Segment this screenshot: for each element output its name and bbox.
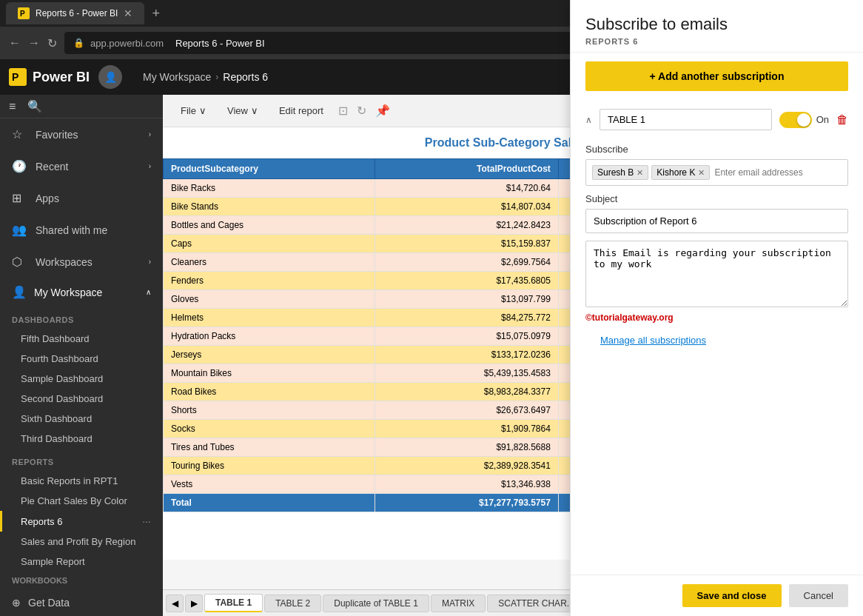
pin-icon[interactable]: 📌 <box>375 104 390 118</box>
cell-subcategory: Caps <box>164 235 375 253</box>
sidebar-dashboard-sixth[interactable]: Sixth Dashboard <box>0 409 163 429</box>
sidebar-dashboard-sample[interactable]: Sample Dashboard <box>0 369 163 389</box>
refresh-button[interactable]: ↻ <box>47 36 57 50</box>
tag-kishore-text: Kishore K <box>657 167 695 178</box>
user-avatar[interactable]: 👤 <box>98 65 122 89</box>
save-close-button[interactable]: Save and close <box>682 584 782 607</box>
cell-cost: $26,673.6497 <box>375 401 558 420</box>
cell-subcategory: Socks <box>164 420 375 438</box>
cancel-button[interactable]: Cancel <box>789 584 848 607</box>
cell-subcategory: Hydration Packs <box>164 327 375 346</box>
back-button[interactable]: ← <box>9 36 21 50</box>
tag-kishore: Kishore K ✕ <box>651 165 710 180</box>
sidebar-report-sales[interactable]: Sales and Profit By Region <box>0 532 163 552</box>
tab-title: Reports 6 - Power BI <box>36 8 118 19</box>
on-off-toggle[interactable] <box>779 112 812 128</box>
sidebar-item-favorites[interactable]: ☆ Favorites › <box>0 118 163 150</box>
sidebar-report-reports6[interactable]: Reports 6 ··· <box>0 511 163 532</box>
view-label: View <box>227 105 248 116</box>
tab-table2[interactable]: TABLE 2 <box>264 595 321 612</box>
browser-tab[interactable]: P Reports 6 - Power BI ✕ <box>6 2 144 24</box>
tag-kishore-remove[interactable]: ✕ <box>698 168 705 178</box>
sidebar-report-basic[interactable]: Basic Reports in RPT1 <box>0 471 163 491</box>
sidebar-dashboard-third[interactable]: Third Dashboard <box>0 429 163 449</box>
get-data-icon: ⊕ <box>12 597 21 609</box>
view-menu-btn[interactable]: View ∨ <box>221 102 264 119</box>
sidebar-dashboard-second[interactable]: Second Dashboard <box>0 389 163 409</box>
shared-label: Shared with me <box>36 224 107 236</box>
subject-form-label: Subject <box>585 193 848 204</box>
sidebar-item-workspaces[interactable]: ⬡ Workspaces › <box>0 246 163 278</box>
cell-cost: $13,097.799 <box>375 290 558 309</box>
add-subscription-button[interactable]: + Add another subscription <box>585 61 848 91</box>
subscriber-tag-input[interactable]: Suresh B ✕ Kishore K ✕ <box>585 159 848 186</box>
tag-suresh: Suresh B ✕ <box>592 165 648 180</box>
watermark-text: ©tutorialgateway.org <box>585 309 848 326</box>
my-workspace-label: My Workspace <box>34 287 102 298</box>
subscription-item-header: ∧ On 🗑 <box>585 100 848 136</box>
address-page-title: Reports 6 - Power BI <box>175 38 265 49</box>
format-icon[interactable]: ⊡ <box>338 104 348 118</box>
sidebar-item-apps[interactable]: ⊞ Apps <box>0 182 163 214</box>
subscription-name-input[interactable] <box>600 109 772 130</box>
tab-nav-left[interactable]: ◀ <box>166 595 184 612</box>
sidebar-item-recent[interactable]: 🕐 Recent › <box>0 150 163 182</box>
chevron-up-icon[interactable]: ∧ <box>585 115 592 125</box>
toggle-knob <box>797 113 810 127</box>
manage-subscriptions-link[interactable]: Manage all subscriptions <box>585 326 848 355</box>
cell-cost: $14,807.034 <box>375 198 558 216</box>
workspaces-label: Workspaces <box>36 256 93 268</box>
forward-button[interactable]: → <box>28 36 40 50</box>
message-textarea[interactable]: This Email is regarding your subscriptio… <box>585 241 848 307</box>
reports6-more-icon[interactable]: ··· <box>142 515 151 527</box>
my-workspace-header[interactable]: 👤 My Workspace ∧ <box>0 278 163 307</box>
tab-close-btn[interactable]: ✕ <box>124 7 132 19</box>
tag-suresh-text: Suresh B <box>597 167 634 178</box>
tab-duplicate[interactable]: Duplicate of TABLE 1 <box>323 595 429 612</box>
main-layout: ≡ 🔍 ☆ Favorites › 🕐 Recent › ⊞ Apps 👥 Sh… <box>0 95 863 616</box>
sidebar: ≡ 🔍 ☆ Favorites › 🕐 Recent › ⊞ Apps 👥 Sh… <box>0 95 163 616</box>
email-input[interactable] <box>713 166 842 179</box>
recent-chevron: › <box>149 162 151 170</box>
sidebar-item-shared[interactable]: 👥 Shared with me <box>0 214 163 246</box>
favorites-chevron: › <box>149 130 151 138</box>
my-workspace-icon: 👤 <box>12 285 27 299</box>
subject-input[interactable] <box>585 209 848 233</box>
add-subscription-label: + Add another subscription <box>650 70 785 82</box>
search-icon[interactable]: 🔍 <box>27 99 42 113</box>
tab-nav-right[interactable]: ▶ <box>185 595 203 612</box>
cell-cost: $91,828.5688 <box>375 438 558 457</box>
cell-cost: $133,172.0236 <box>375 346 558 364</box>
subscribe-footer: Save and close Cancel <box>571 575 863 616</box>
cell-cost: $17,435.6805 <box>375 272 558 290</box>
favorites-label: Favorites <box>36 129 78 141</box>
sidebar-dashboard-fifth[interactable]: Fifth Dashboard <box>0 329 163 349</box>
cell-subcategory: Bike Stands <box>164 198 375 216</box>
cell-cost: $13,346.938 <box>375 475 558 494</box>
hamburger-icon[interactable]: ≡ <box>9 100 16 113</box>
tab-matrix[interactable]: MATRIX <box>431 595 486 612</box>
powerbi-favicon: P <box>18 7 30 19</box>
recent-label: Recent <box>36 161 68 173</box>
edit-report-btn[interactable]: Edit report <box>273 102 329 119</box>
tag-suresh-remove[interactable]: ✕ <box>637 168 643 178</box>
workspaces-chevron: › <box>149 258 151 266</box>
subscribe-title: Subscribe to emails <box>585 15 848 34</box>
sidebar-report-sample[interactable]: Sample Report <box>0 552 163 572</box>
dashboards-section-label: DASHBOARDS <box>0 307 163 329</box>
view-chevron: ∨ <box>251 105 258 116</box>
breadcrumb-chevron: › <box>215 72 218 82</box>
breadcrumb-report[interactable]: Reports 6 <box>223 71 268 83</box>
file-menu-btn[interactable]: File ∨ <box>175 102 212 119</box>
new-tab-button[interactable]: + <box>152 6 160 21</box>
refresh-icon[interactable]: ↻ <box>357 104 366 118</box>
file-chevron: ∨ <box>199 105 206 116</box>
cell-cost: $21,242.8423 <box>375 216 558 235</box>
breadcrumb-workspace[interactable]: My Workspace <box>143 71 211 83</box>
get-data-item[interactable]: ⊕ Get Data <box>0 589 163 616</box>
sidebar-dashboard-fourth[interactable]: Fourth Dashboard <box>0 349 163 369</box>
cell-cost: $84,275.772 <box>375 309 558 327</box>
sidebar-report-pie[interactable]: Pie Chart Sales By Color <box>0 491 163 511</box>
delete-subscription-icon[interactable]: 🗑 <box>836 113 848 127</box>
tab-table1[interactable]: TABLE 1 <box>204 594 263 612</box>
